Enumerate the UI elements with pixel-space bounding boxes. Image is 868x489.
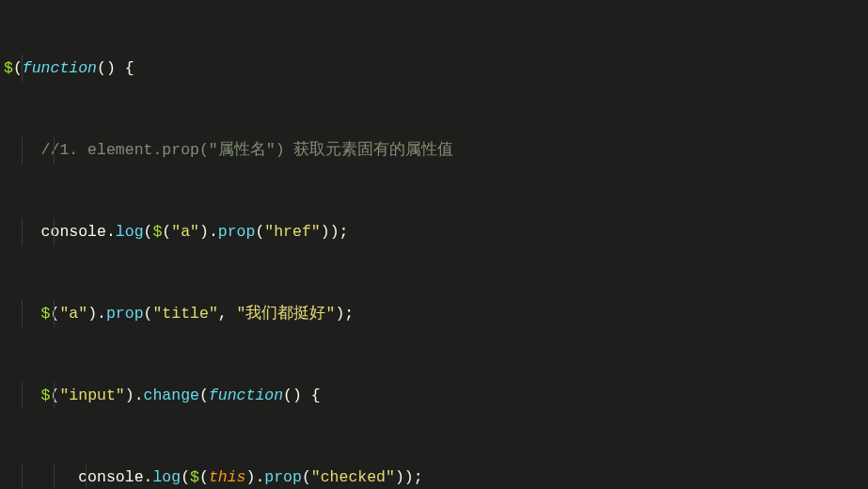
code-line: $("input").change(function() {: [4, 382, 868, 409]
code-line: console.log($("a").prop("href"));: [4, 218, 868, 245]
code-line: $(function() {: [4, 55, 868, 82]
function-keyword: function: [23, 59, 97, 77]
code-line: //1. element.prop("属性名") 获取元素固有的属性值: [4, 136, 868, 164]
code-line: console.log($(this).prop("checked"));: [4, 464, 868, 489]
code-editor[interactable]: $(function() { //1. element.prop("属性名") …: [0, 0, 868, 489]
jquery-dollar: $: [4, 59, 13, 77]
code-line: $("a").prop("title", "我们都挺好");: [4, 300, 868, 327]
comment: //1. element.prop("属性名") 获取元素固有的属性值: [41, 141, 454, 159]
